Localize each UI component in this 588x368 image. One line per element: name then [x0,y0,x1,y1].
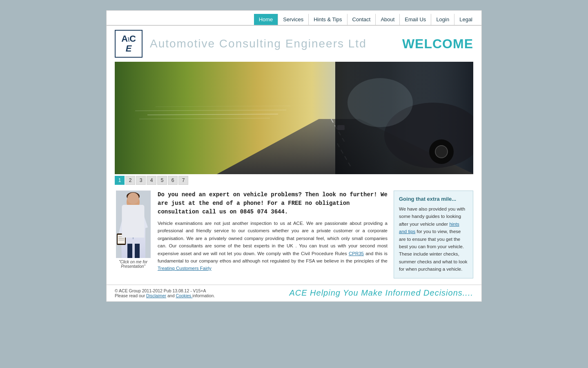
welcome-text: WELCOME [402,36,473,52]
svg-point-15 [127,194,140,210]
page-btn-1[interactable]: 1 [115,176,125,185]
main-body: Vehicle examinations are not just anothe… [158,220,388,272]
svg-rect-17 [131,209,136,213]
logo: A\C E [115,30,143,58]
copyright-text: © ACE Group 2011-2012 Pub 13.08.12 - V15… [115,288,206,293]
footer-left: © ACE Group 2011-2012 Pub 13.08.12 - V15… [115,288,215,298]
company-name: Automotive Consulting Engineers Ltd [150,37,402,50]
svg-marker-20 [130,213,133,219]
page-btn-5[interactable]: 5 [157,176,167,185]
sidebar-title: Going that extra mile... [399,196,468,202]
hero-image [115,62,473,174]
svg-rect-23 [118,235,125,244]
person-caption: "Click on me for Presentation" [115,260,151,269]
footer-and: and [166,293,176,298]
page-btn-4[interactable]: 4 [147,176,156,185]
page-btn-2[interactable]: 2 [125,176,135,185]
please-read-text: Please read our [115,293,146,298]
tcf-link[interactable]: Treating Customers Fairly [158,266,212,271]
person-svg [116,191,151,258]
nav-login[interactable]: Login [431,14,454,25]
nav-contact[interactable]: Contact [347,14,376,25]
svg-point-16 [127,192,140,200]
footer-info: information. [192,293,215,298]
nav-email-us[interactable]: Email Us [399,14,431,25]
header: A\C E Automotive Consulting Engineers Lt… [107,26,481,62]
cookies-link[interactable]: Cookies [176,293,192,298]
svg-rect-28 [135,244,140,258]
svg-rect-12 [337,125,345,130]
nav-services[interactable]: Services [278,14,308,25]
footer: © ACE Group 2011-2012 Pub 13.08.12 - V15… [107,285,481,301]
svg-rect-27 [127,244,132,258]
page-btn-3[interactable]: 3 [136,176,146,185]
sidebar-text-after: for you to view, these are to ensure tha… [399,229,467,272]
cpr35-link[interactable]: CPR35 [349,251,364,256]
person-column: "Click on me for Presentation" [115,191,151,278]
nav-legal[interactable]: Legal [454,14,477,25]
logo-letters: A\C E [121,34,136,54]
svg-point-11 [435,146,448,158]
hero-svg [115,62,473,174]
hero-container: 1 2 3 4 5 6 7 [115,62,473,186]
hero-pagination: 1 2 3 4 5 6 7 [115,174,473,186]
footer-tagline: ACE Helping You Make Informed Decisions.… [289,288,473,298]
svg-point-13 [347,78,413,127]
nav-about[interactable]: About [375,14,399,25]
sidebar-box: Going that extra mile... We have also pr… [394,191,473,278]
nav-home[interactable]: Home [254,14,278,25]
svg-marker-18 [132,214,134,240]
main-content: "Click on me for Presentation" Do you ne… [107,186,481,285]
sidebar-text: We have also provided you with some hand… [399,205,468,273]
disclaimer-link[interactable]: Disclaimer [146,293,166,298]
page-btn-6[interactable]: 6 [168,176,178,185]
text-column: Do you need an expert on vehicle problem… [158,191,388,278]
main-headline: Do you need an expert on vehicle problem… [158,191,388,216]
person-image[interactable] [116,191,151,258]
svg-marker-21 [133,213,136,219]
svg-marker-19 [132,219,134,240]
page-btn-7[interactable]: 7 [178,176,188,185]
nav-hints-tips[interactable]: Hints & Tips [308,14,347,25]
nav-bar: Home Services Hints & Tips Contact About… [107,11,481,26]
page-wrapper: Home Services Hints & Tips Contact About… [106,10,482,302]
